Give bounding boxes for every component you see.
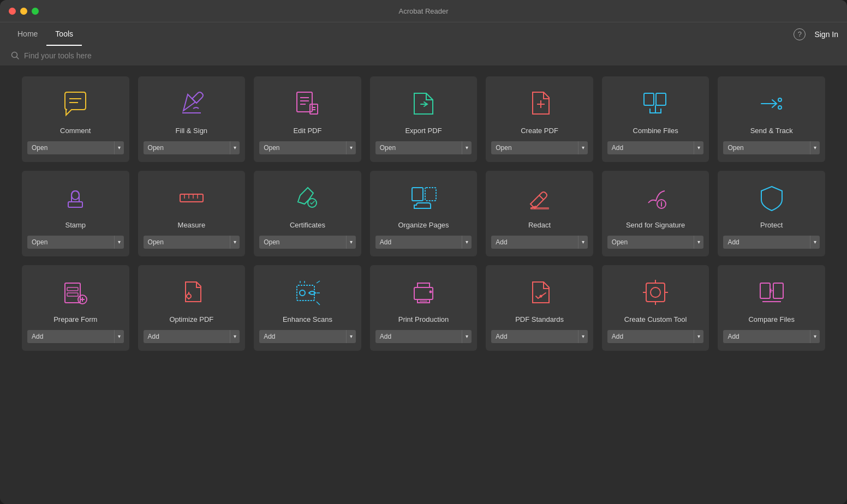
tool-action-button-enhance-scans[interactable]: Add	[259, 330, 346, 343]
tool-card-redact[interactable]: Redact Add ▾	[486, 171, 593, 256]
tool-card-create-custom-tool[interactable]: Create Custom Tool Add ▾	[602, 265, 709, 351]
tool-btn-row-create-pdf: Open ▾	[491, 141, 588, 154]
nav-right: ? Sign In	[794, 28, 838, 40]
tool-card-stamp[interactable]: Stamp Open ▾	[22, 171, 129, 256]
tool-action-button-organize-pages[interactable]: Add	[375, 236, 462, 249]
tool-action-button-prepare-form[interactable]: Add	[27, 330, 114, 343]
tool-action-button-print-production[interactable]: Add	[375, 330, 462, 343]
minimize-button[interactable]	[20, 8, 27, 15]
tool-dropdown-button-combine-files[interactable]: ▾	[694, 141, 703, 154]
search-input[interactable]	[24, 51, 188, 60]
svg-point-17	[778, 98, 782, 101]
tool-action-button-edit-pdf[interactable]: Open	[259, 141, 346, 154]
tool-dropdown-button-pdf-standards[interactable]: ▾	[578, 330, 588, 343]
tool-card-edit-pdf[interactable]: Edit PDF Open ▾	[254, 76, 361, 162]
tool-btn-row-export-pdf: Open ▾	[375, 141, 472, 154]
tool-dropdown-button-stamp[interactable]: ▾	[114, 236, 124, 249]
tool-dropdown-button-redact[interactable]: ▾	[578, 236, 588, 249]
tool-action-button-comment[interactable]: Open	[27, 141, 114, 154]
tool-name-measure: Measure	[178, 221, 206, 230]
tool-dropdown-button-print-production[interactable]: ▾	[462, 330, 472, 343]
app-title: Acrobat Reader	[398, 7, 448, 15]
tool-name-pdf-standards: PDF Standards	[515, 315, 564, 325]
tool-name-certificates: Certificates	[290, 221, 325, 230]
tool-action-button-create-pdf[interactable]: Open	[491, 141, 578, 154]
tool-dropdown-button-protect[interactable]: ▾	[810, 236, 820, 249]
tool-dropdown-button-edit-pdf[interactable]: ▾	[346, 141, 356, 154]
tool-name-export-pdf: Export PDF	[405, 127, 442, 136]
tool-action-button-combine-files[interactable]: Add	[607, 141, 694, 154]
tool-card-print-production[interactable]: Print Production Add ▾	[370, 265, 478, 351]
tool-action-button-measure[interactable]: Open	[144, 236, 230, 249]
tool-dropdown-button-optimize-pdf[interactable]: ▾	[230, 330, 240, 343]
tool-dropdown-button-create-custom-tool[interactable]: ▾	[694, 330, 703, 343]
tool-action-button-send-for-signature[interactable]: Open	[607, 236, 694, 249]
tool-dropdown-button-export-pdf[interactable]: ▾	[462, 141, 472, 154]
nav-tools[interactable]: Tools	[46, 22, 82, 46]
tool-card-enhance-scans[interactable]: Enhance Scans Add ▾	[254, 265, 361, 351]
tool-action-button-protect[interactable]: Add	[723, 236, 810, 249]
tool-action-button-create-custom-tool[interactable]: Add	[607, 330, 694, 343]
tool-card-create-pdf[interactable]: Create PDF Open ▾	[486, 76, 593, 162]
tool-dropdown-button-certificates[interactable]: ▾	[346, 236, 356, 249]
tool-action-button-fill-sign[interactable]: Open	[144, 141, 230, 154]
tool-name-print-production: Print Production	[398, 315, 449, 325]
tool-action-button-send-track[interactable]: Open	[723, 141, 810, 154]
svg-point-43	[187, 294, 191, 298]
tool-dropdown-button-measure[interactable]: ▾	[230, 236, 240, 249]
tool-action-button-redact[interactable]: Add	[491, 236, 578, 249]
tool-name-prepare-form: Prepare Form	[53, 315, 97, 325]
tool-card-export-pdf[interactable]: Export PDF Open ▾	[370, 76, 478, 162]
svg-line-1	[17, 57, 19, 59]
tool-icon-comment	[59, 87, 92, 120]
tool-dropdown-button-create-pdf[interactable]: ▾	[578, 141, 588, 154]
tool-dropdown-button-enhance-scans[interactable]: ▾	[346, 330, 356, 343]
tool-dropdown-button-send-for-signature[interactable]: ▾	[694, 236, 703, 249]
svg-rect-19	[68, 202, 82, 207]
close-button[interactable]	[9, 8, 16, 15]
tool-card-combine-files[interactable]: Combine Files Add ▾	[602, 76, 709, 162]
tool-card-send-track[interactable]: Send & Track Open ▾	[718, 76, 825, 162]
tool-card-fill-sign[interactable]: Fill & Sign Open ▾	[138, 76, 246, 162]
tool-card-pdf-standards[interactable]: PDF Standards Add ▾	[486, 265, 593, 351]
tool-action-button-stamp[interactable]: Open	[27, 236, 114, 249]
tool-action-button-optimize-pdf[interactable]: Add	[144, 330, 230, 343]
help-button[interactable]: ?	[794, 28, 806, 40]
tool-card-optimize-pdf[interactable]: Optimize PDF Add ▾	[138, 265, 246, 351]
tool-card-organize-pages[interactable]: Organize Pages Add ▾	[370, 171, 478, 256]
tool-card-certificates[interactable]: Certificates Open ▾	[254, 171, 361, 256]
tool-action-button-export-pdf[interactable]: Open	[375, 141, 462, 154]
tool-dropdown-button-organize-pages[interactable]: ▾	[462, 236, 472, 249]
tool-dropdown-button-comment[interactable]: ▾	[114, 141, 124, 154]
tool-dropdown-button-prepare-form[interactable]: ▾	[114, 330, 124, 343]
tool-card-comment[interactable]: Comment Open ▾	[22, 76, 129, 162]
tool-icon-stamp	[59, 182, 92, 214]
tool-card-protect[interactable]: Protect Add ▾	[718, 171, 825, 256]
svg-rect-14	[644, 93, 654, 105]
tool-name-create-custom-tool: Create Custom Tool	[624, 315, 687, 325]
tool-card-compare-files[interactable]: Compare Files Add ▾	[718, 265, 825, 351]
tool-icon-edit-pdf	[291, 87, 324, 120]
nav-links: Home Tools	[9, 22, 82, 46]
tool-action-button-certificates[interactable]: Open	[259, 236, 346, 249]
tool-name-optimize-pdf: Optimize PDF	[169, 315, 213, 325]
tool-action-button-compare-files[interactable]: Add	[723, 330, 810, 343]
maximize-button[interactable]	[32, 8, 39, 15]
tool-action-button-pdf-standards[interactable]: Add	[491, 330, 578, 343]
tool-card-measure[interactable]: Measure Open ▾	[138, 171, 246, 256]
tool-dropdown-button-send-track[interactable]: ▾	[810, 141, 820, 154]
search-bar	[0, 46, 847, 65]
tool-name-compare-files: Compare Files	[748, 315, 795, 325]
svg-rect-38	[67, 287, 78, 291]
tool-name-send-for-signature: Send for Signature	[626, 221, 685, 230]
tool-dropdown-button-fill-sign[interactable]: ▾	[230, 141, 240, 154]
tool-icon-compare-files	[755, 276, 788, 309]
nav-home[interactable]: Home	[9, 22, 46, 46]
tool-icon-send-for-signature	[639, 182, 672, 214]
tool-icon-enhance-scans	[291, 276, 324, 309]
tool-card-send-for-signature[interactable]: Send for Signature Open ▾	[602, 171, 709, 256]
tool-dropdown-button-compare-files[interactable]: ▾	[810, 330, 820, 343]
sign-in-button[interactable]: Sign In	[814, 30, 838, 39]
tool-card-prepare-form[interactable]: Prepare Form Add ▾	[22, 265, 129, 351]
tool-btn-row-send-for-signature: Open ▾	[607, 236, 704, 249]
